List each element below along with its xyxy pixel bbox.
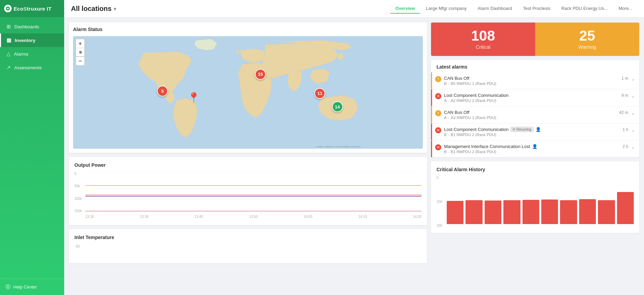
tab-more[interactable]: More...	[614, 4, 637, 14]
inventory-icon: ▦	[6, 37, 11, 43]
map-zoom-out[interactable]: −	[76, 57, 85, 65]
output-power-title: Output Power	[74, 162, 421, 168]
chart-x-labels: 13:20 13:30 13:40 13:50 14:00 14:10 14:2…	[74, 215, 421, 219]
alarm-time-3: 42 m	[619, 110, 628, 115]
alarm-item-1[interactable]: ! CAN Bus Off B › B5 RMPDU 1 (Rack PDU) …	[431, 72, 639, 89]
warning-banner[interactable]: 25 Warning	[535, 23, 639, 56]
map-marker-pin[interactable]: 📍	[188, 92, 199, 103]
alarm-icon-wrap-3: !	[435, 110, 441, 116]
title-dropdown-icon[interactable]: ▾	[114, 6, 116, 12]
alarm-name-4: Lost Component Communication	[444, 127, 509, 132]
critical-alarm-history-chart: 200 100 0	[437, 176, 634, 227]
alarm-path-2: A › A2 RMPDU 2 (Rack PDU)	[444, 99, 619, 103]
critical-alarm-history-card: Critical Alarm History 200 100 0	[431, 161, 639, 233]
sidebar-item-label: Inventory	[15, 38, 35, 43]
alarm-banners: 108 Critical 25 Warning	[431, 23, 639, 56]
critical-alarm-history-title: Critical Alarm History	[437, 167, 634, 172]
output-power-svg	[85, 172, 421, 213]
sidebar-item-assessments[interactable]: ↗ Assessments	[0, 61, 64, 74]
alarm-expand-5[interactable]: ⌄	[631, 144, 635, 150]
latest-alarms-card: Latest alarms ! CAN Bus Off B ›	[431, 60, 639, 157]
map-zoom-in[interactable]: +	[76, 39, 85, 48]
logo-text: EcoStruxure IT	[14, 6, 52, 12]
page-title: All locations	[71, 5, 112, 13]
critical-banner[interactable]: 108 Critical	[431, 23, 535, 56]
help-center-label: Help Center	[13, 284, 37, 290]
alarm-expand-4[interactable]: ⌄	[631, 127, 635, 133]
sidebar-nav: ⊞ Dashboards ▦ Inventory △ Alarms ↗ Asse…	[0, 17, 64, 279]
alarm-bar-1	[431, 72, 432, 89]
right-column: 108 Critical 25 Warning Latest alarms	[431, 23, 639, 290]
chart-y-labels: 150k 100k 50k 0	[74, 172, 85, 213]
map-marker-14[interactable]: 14	[332, 101, 343, 112]
tab-test-proclesis[interactable]: Test Proclesis	[518, 4, 555, 14]
history-bar-0	[447, 201, 463, 224]
map-marker-11[interactable]: 11	[314, 88, 325, 99]
alarm-meta-4: Lost Component Communication ⟳ Recurring…	[444, 127, 620, 132]
history-y-labels: 200 100 0	[437, 176, 446, 227]
alarm-content-2: Lost Component Communication A › A2 RMPD…	[444, 93, 619, 103]
sidebar-item-label: Alarms	[14, 51, 28, 57]
alarm-time-4: 1 h	[622, 127, 628, 132]
alarms-list: ! CAN Bus Off B › B5 RMPDU 1 (Rack PDU) …	[431, 72, 639, 157]
tab-alarm-dashboard[interactable]: Alarm Dashboard	[473, 4, 517, 14]
critical-icon-4: ✕	[435, 127, 441, 133]
alarm-expand-1[interactable]: ⌄	[631, 76, 635, 82]
alarm-name-3: CAN Bus Off	[444, 110, 616, 115]
critical-count: 108	[471, 29, 495, 43]
history-bar-5	[541, 200, 558, 224]
alarm-item-5[interactable]: ✕ Management Interface Communication Los…	[431, 141, 639, 157]
sidebar-item-dashboards[interactable]: ⊞ Dashboards	[0, 20, 64, 33]
alarm-status-card: Alarm Status	[69, 23, 427, 153]
history-bar-6	[560, 200, 577, 224]
svg-text:Leaflet | © MapTiler © OpenStr: Leaflet | © MapTiler © OpenStreetMap con…	[316, 146, 361, 148]
critical-label: Critical	[476, 44, 490, 50]
help-center-button[interactable]: ⓪ Help Center	[5, 284, 59, 290]
warning-icon-3: !	[435, 110, 441, 116]
alarm-expand-3[interactable]: ⌄	[631, 110, 635, 116]
tab-rack-pdu[interactable]: Rack PDU Energy Us...	[557, 4, 613, 14]
alarm-bar-5	[431, 141, 432, 157]
sidebar-item-label: Dashboards	[14, 24, 39, 29]
alarm-time-2: 9 m	[621, 93, 628, 98]
warning-count: 25	[579, 29, 595, 43]
tab-large-mfgr[interactable]: Large Mfgr company	[421, 4, 471, 14]
sidebar-item-label: Assessments	[14, 65, 42, 70]
page-title-container: All locations ▾	[71, 5, 116, 13]
alarm-user-icon-5: 👤	[532, 144, 538, 149]
map-marker-15[interactable]: 15	[255, 69, 266, 80]
main-content: All locations ▾ Overview Large Mfgr comp…	[64, 0, 644, 295]
alarm-name-1: CAN Bus Off	[444, 76, 619, 81]
sidebar-item-alarms[interactable]: △ Alarms	[0, 47, 64, 61]
inlet-temp-title: Inlet Temperature	[74, 235, 421, 240]
output-power-card: Output Power 150k 100k 50k 0	[69, 157, 427, 225]
map-layer-icon[interactable]: ⊕	[76, 48, 85, 57]
map-container: Leaflet | © MapTiler © OpenStreetMap con…	[73, 36, 423, 149]
alarm-path-4: B › B1 RMPDU 2 (Rack PDU)	[444, 133, 620, 137]
alarm-item-4[interactable]: ✕ Lost Component Communication ⟳ Recurri…	[431, 123, 639, 141]
tab-overview[interactable]: Overview	[390, 4, 420, 14]
history-bar-4	[523, 200, 539, 224]
latest-alarms-title: Latest alarms	[437, 64, 634, 70]
sidebar-footer: ⓪ Help Center	[0, 279, 64, 295]
map-marker-5[interactable]: 5	[157, 86, 168, 97]
alarm-name-5: Management Interface Communication Lost	[444, 144, 530, 149]
alarm-meta-5: Management Interface Communication Lost …	[444, 144, 620, 149]
alarm-item-3[interactable]: ! CAN Bus Off A › A3 RMPDU 1 (Rack PDU) …	[431, 106, 639, 123]
alarm-content-4: Lost Component Communication ⟳ Recurring…	[444, 127, 620, 137]
alarm-content-1: CAN Bus Off B › B5 RMPDU 1 (Rack PDU)	[444, 76, 619, 86]
alarm-time-1: 1 m	[621, 76, 628, 81]
alarm-status-title: Alarm Status	[73, 27, 423, 32]
inlet-temperature-card: Inlet Temperature 60	[69, 229, 427, 263]
alarm-item-2[interactable]: ✕ Lost Component Communication A › A2 RM…	[431, 89, 639, 106]
dashboards-icon: ⊞	[6, 24, 11, 30]
history-bar-2	[485, 201, 501, 224]
latest-alarms-header: Latest alarms	[431, 60, 639, 72]
alarm-path-5: B › B1 RMPDU 2 (Rack PDU)	[444, 150, 620, 154]
alarm-icon-wrap-2: ✕	[435, 93, 441, 99]
sidebar-item-inventory[interactable]: ▦ Inventory	[0, 33, 64, 47]
recurring-badge: ⟳ Recurring	[511, 127, 533, 132]
alarm-bar-4	[431, 123, 432, 140]
topbar-tabs: Overview Large Mfgr company Alarm Dashbo…	[390, 4, 637, 14]
alarm-expand-2[interactable]: ⌄	[631, 93, 635, 99]
